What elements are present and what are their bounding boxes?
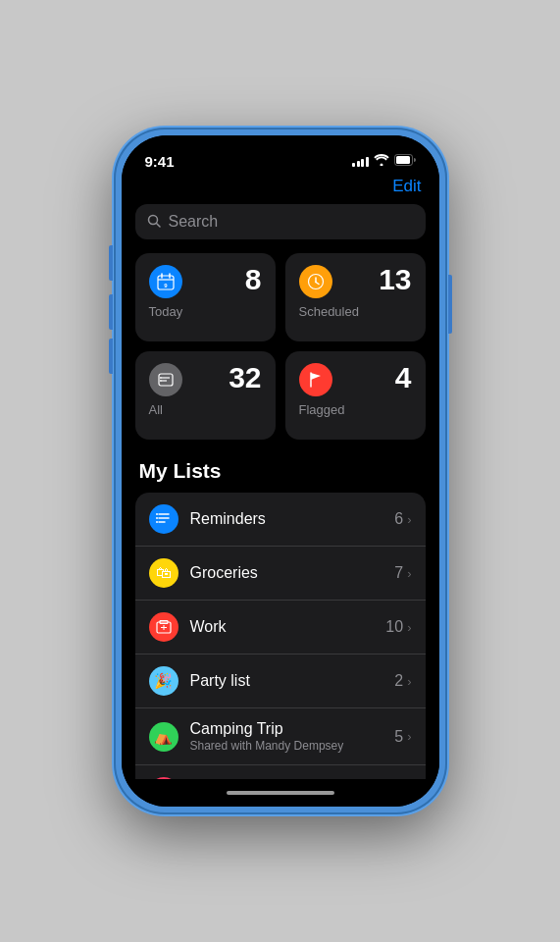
reminders-icon bbox=[149, 504, 178, 534]
signal-icon bbox=[352, 155, 369, 167]
tile-flagged[interactable]: 4 Flagged bbox=[285, 351, 426, 440]
notch bbox=[217, 135, 344, 161]
all-icon bbox=[149, 363, 182, 396]
chevron-icon: › bbox=[407, 620, 411, 635]
svg-point-22 bbox=[156, 521, 158, 523]
wifi-icon bbox=[374, 154, 389, 169]
scheduled-icon bbox=[299, 265, 332, 298]
list-item-reminders[interactable]: Reminders 6 › bbox=[135, 493, 426, 547]
tile-today[interactable]: 9 8 Today bbox=[135, 253, 276, 341]
work-icon bbox=[149, 612, 178, 642]
today-icon: 9 bbox=[149, 265, 182, 298]
status-icons bbox=[352, 154, 416, 169]
party-name: Party list bbox=[190, 672, 383, 690]
party-count: 2 bbox=[394, 672, 403, 690]
camping-subtitle: Shared with Mandy Dempsey bbox=[190, 739, 383, 753]
flagged-count: 4 bbox=[395, 363, 412, 392]
reminders-count: 6 bbox=[394, 510, 403, 528]
flagged-label: Flagged bbox=[299, 402, 412, 417]
search-bar[interactable]: Search bbox=[135, 204, 426, 239]
screen: 9:41 bbox=[122, 135, 439, 807]
phone-frame: 9:41 bbox=[114, 128, 447, 814]
chevron-icon: › bbox=[407, 512, 411, 527]
svg-point-16 bbox=[160, 380, 162, 382]
status-time: 9:41 bbox=[145, 153, 175, 170]
camping-name: Camping Trip bbox=[190, 720, 383, 738]
svg-point-21 bbox=[156, 517, 158, 519]
edit-row: Edit bbox=[135, 175, 426, 204]
list-item-groceries[interactable]: 🛍 Groceries 7 › bbox=[135, 547, 426, 601]
svg-point-15 bbox=[160, 377, 162, 379]
chevron-icon: › bbox=[407, 566, 411, 581]
home-indicator bbox=[122, 779, 439, 807]
tile-all[interactable]: 32 All bbox=[135, 351, 276, 440]
list-item-work[interactable]: Work 10 › bbox=[135, 601, 426, 654]
reminders-name: Reminders bbox=[190, 510, 383, 528]
flagged-icon bbox=[299, 363, 332, 396]
chevron-icon: › bbox=[407, 729, 411, 744]
work-name: Work bbox=[190, 618, 375, 636]
svg-rect-1 bbox=[396, 156, 410, 164]
camping-icon: ⛺ bbox=[149, 722, 178, 752]
today-count: 8 bbox=[245, 265, 262, 294]
svg-rect-12 bbox=[159, 374, 173, 386]
list-item-travel[interactable]: ✈ Travel 2 › bbox=[135, 765, 426, 779]
svg-text:9: 9 bbox=[164, 283, 168, 288]
tile-scheduled[interactable]: 13 Scheduled bbox=[285, 253, 426, 341]
party-icon: 🎉 bbox=[149, 666, 178, 696]
all-label: All bbox=[149, 402, 262, 417]
list-item-party[interactable]: 🎉 Party list 2 › bbox=[135, 654, 426, 708]
svg-line-3 bbox=[156, 223, 160, 227]
main-content: Edit Search bbox=[122, 175, 439, 779]
search-placeholder: Search bbox=[169, 213, 219, 231]
home-bar bbox=[227, 791, 334, 795]
groceries-count: 7 bbox=[394, 564, 403, 582]
chevron-icon: › bbox=[407, 674, 411, 689]
groceries-name: Groceries bbox=[190, 564, 383, 582]
all-count: 32 bbox=[229, 363, 261, 392]
battery-icon bbox=[394, 154, 416, 169]
scheduled-label: Scheduled bbox=[299, 304, 412, 319]
phone-inner: 9:41 bbox=[122, 135, 439, 807]
today-label: Today bbox=[149, 304, 262, 319]
groceries-icon: 🛍 bbox=[149, 558, 178, 588]
my-lists-title: My Lists bbox=[135, 459, 426, 483]
travel-icon: ✈ bbox=[149, 777, 178, 779]
work-count: 10 bbox=[385, 618, 403, 636]
svg-line-11 bbox=[316, 283, 319, 285]
list-item-camping[interactable]: ⛺ Camping Trip Shared with Mandy Dempsey… bbox=[135, 708, 426, 765]
scheduled-count: 13 bbox=[379, 265, 411, 294]
camping-count: 5 bbox=[394, 728, 403, 746]
search-icon bbox=[147, 214, 161, 231]
edit-button[interactable]: Edit bbox=[392, 177, 421, 196]
lists-container: Reminders 6 › 🛍 Groceries bbox=[135, 493, 426, 779]
smart-tiles: 9 8 Today bbox=[135, 253, 426, 440]
svg-point-20 bbox=[156, 513, 158, 515]
